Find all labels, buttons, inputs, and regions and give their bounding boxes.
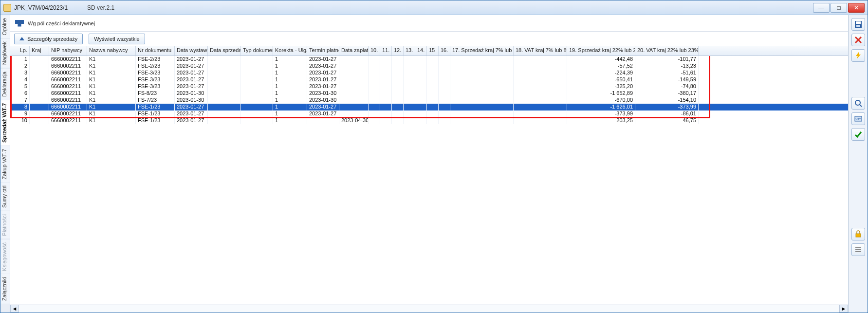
cell bbox=[339, 70, 369, 76]
cell bbox=[415, 56, 427, 63]
grid-body[interactable]: 16660002211K1FSE-2/232023-01-2712023-01-… bbox=[10, 56, 848, 304]
table-row[interactable]: 76660002211K1FS-7/232023-01-3012023-01-3… bbox=[10, 97, 848, 104]
svg-rect-13 bbox=[855, 251, 861, 252]
cell bbox=[339, 83, 369, 90]
cell bbox=[427, 70, 439, 76]
column-header[interactable]: 13. bbox=[404, 46, 415, 55]
scroll-right-button[interactable]: ► bbox=[839, 305, 848, 313]
vertical-tab[interactable]: Nagłówek bbox=[0, 38, 10, 68]
cell bbox=[208, 70, 241, 76]
cell: 2023-01-27 bbox=[307, 110, 339, 117]
column-header[interactable]: 19. Sprzedaż kraj 22% lub 23% bbox=[567, 46, 635, 55]
table-row[interactable]: 96660002211K1FSE-1/232023-01-2712023-01-… bbox=[10, 110, 848, 117]
column-header[interactable]: Typ dokumentu bbox=[241, 46, 273, 55]
column-header[interactable]: 17. Sprzedaż kraj 7% lub 8% bbox=[450, 46, 514, 55]
cell: -224,39 bbox=[567, 70, 635, 76]
column-header[interactable]: 20. VAT kraj 22% lub 23% bbox=[635, 46, 699, 55]
table-row[interactable]: 16660002211K1FSE-2/232023-01-2712023-01-… bbox=[10, 56, 848, 63]
column-header[interactable]: Nazwa nabywcy bbox=[87, 46, 136, 55]
column-header[interactable]: Korekta - Ulga bbox=[273, 46, 307, 55]
column-header[interactable]: Lp. bbox=[10, 46, 30, 55]
table-row[interactable]: 106660002211K1FSE-1/232023-01-2712023-04… bbox=[10, 117, 848, 124]
close-button[interactable]: ✕ bbox=[848, 3, 865, 13]
cell: FS-7/23 bbox=[136, 97, 175, 104]
minimize-button[interactable]: — bbox=[813, 3, 830, 13]
cell: K1 bbox=[87, 76, 136, 83]
table-row[interactable]: 66660002211K1FS-8/232023-01-3012023-01-3… bbox=[10, 90, 848, 97]
cell: 9 bbox=[10, 110, 30, 117]
cell bbox=[241, 117, 273, 124]
cell bbox=[450, 110, 514, 117]
check-icon-button[interactable] bbox=[851, 128, 865, 141]
cell bbox=[30, 110, 49, 117]
delete-icon-button[interactable] bbox=[851, 34, 865, 46]
column-header[interactable]: 16. bbox=[439, 46, 450, 55]
cell: FSE-3/23 bbox=[136, 70, 175, 76]
table-row[interactable]: 56660002211K1FSE-3/232023-01-2712023-01-… bbox=[10, 83, 848, 90]
column-header[interactable]: Data sprzedaż bbox=[208, 46, 241, 55]
cell bbox=[241, 63, 273, 70]
list-icon-button[interactable] bbox=[851, 243, 865, 256]
cell: -51,61 bbox=[635, 70, 699, 76]
table-row[interactable]: 86660002211K1FSE-1/232023-01-2712023-01-… bbox=[10, 104, 848, 110]
vat-icon-button[interactable]: VAT bbox=[851, 112, 865, 125]
column-header[interactable]: 18. VAT kraj 7% lub 8% bbox=[514, 46, 567, 55]
column-header[interactable]: 10. bbox=[369, 46, 380, 55]
cell bbox=[369, 83, 380, 90]
column-header[interactable]: 14. bbox=[415, 46, 427, 55]
column-header[interactable]: Termin płatnoś bbox=[307, 46, 339, 55]
svg-rect-1 bbox=[856, 21, 861, 24]
cell bbox=[30, 117, 49, 124]
vertical-tab[interactable]: Zakup VAT-7 bbox=[0, 146, 10, 183]
scroll-track[interactable] bbox=[19, 305, 839, 313]
column-header[interactable]: Nr dokumentu bbox=[136, 46, 175, 55]
column-header[interactable]: Kraj bbox=[30, 46, 49, 55]
maximize-button[interactable]: □ bbox=[831, 3, 847, 13]
cell: K1 bbox=[87, 110, 136, 117]
column-header[interactable]: NIP nabywcy bbox=[49, 46, 87, 55]
vertical-tab[interactable]: Ogólne bbox=[0, 15, 10, 38]
cell: -325,20 bbox=[567, 83, 635, 90]
cell bbox=[380, 110, 392, 117]
table-row[interactable]: 46660002211K1FSE-3/232023-01-2712023-01-… bbox=[10, 76, 848, 83]
lock-icon-button[interactable] bbox=[851, 228, 865, 240]
cell bbox=[208, 90, 241, 97]
cell: 6660002211 bbox=[49, 90, 87, 97]
vertical-tab[interactable]: Sumy ctrl bbox=[0, 183, 10, 211]
cell bbox=[450, 56, 514, 63]
grid-header[interactable]: Lp.KrajNIP nabywcyNazwa nabywcyNr dokume… bbox=[10, 46, 848, 56]
cell: 6660002211 bbox=[49, 70, 87, 76]
cell: 6660002211 bbox=[49, 76, 87, 83]
show-all-button[interactable]: Wyświetl wszystkie bbox=[89, 34, 145, 44]
column-header[interactable]: 15 bbox=[427, 46, 439, 55]
column-header[interactable]: Data zapłaty bbox=[339, 46, 369, 55]
save-icon-button[interactable] bbox=[851, 18, 865, 31]
column-header[interactable]: 11. bbox=[380, 46, 392, 55]
cell bbox=[208, 76, 241, 83]
cell: K1 bbox=[87, 83, 136, 90]
scroll-left-button[interactable]: ◄ bbox=[10, 305, 19, 313]
column-header[interactable]: Data wystawie bbox=[175, 46, 208, 55]
lightning-icon-button[interactable] bbox=[851, 49, 865, 62]
cell bbox=[404, 90, 415, 97]
cell bbox=[30, 56, 49, 63]
column-header[interactable]: 12. bbox=[392, 46, 404, 55]
cell: -149,59 bbox=[635, 76, 699, 83]
zoom-icon-button[interactable] bbox=[851, 97, 865, 110]
details-button[interactable]: Szczegóły sprzedaży bbox=[14, 34, 83, 44]
vertical-tab: Płatności bbox=[0, 211, 10, 239]
cell bbox=[339, 90, 369, 97]
table-row[interactable]: 26660002211K1FSE-2/232023-01-2712023-01-… bbox=[10, 63, 848, 70]
vertical-tab[interactable]: Załączniki bbox=[0, 274, 10, 304]
table-row[interactable]: 36660002211K1FSE-3/232023-01-2712023-01-… bbox=[10, 70, 848, 76]
svg-rect-2 bbox=[856, 25, 860, 27]
cell: FSE-1/23 bbox=[136, 104, 175, 110]
horizontal-scrollbar[interactable]: ◄ ► bbox=[10, 304, 848, 313]
svg-text:VAT: VAT bbox=[855, 118, 861, 121]
cell: 2023-01-27 bbox=[307, 83, 339, 90]
vertical-tab[interactable]: Deklaracja bbox=[0, 69, 10, 100]
cell bbox=[380, 70, 392, 76]
titlebar: JPK_V7M/04/2023/1 SD ver.2.1 — □ ✕ bbox=[0, 0, 868, 15]
vertical-tab[interactable]: Sprzedaż VAT-7 bbox=[0, 100, 10, 146]
cell bbox=[415, 97, 427, 104]
